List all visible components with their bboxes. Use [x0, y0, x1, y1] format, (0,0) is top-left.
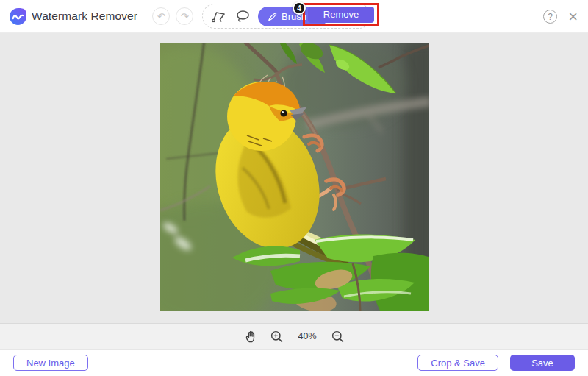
history-controls: ↶ ↷: [152, 7, 193, 25]
footer-bar: New Image Crop & Save Save: [0, 349, 588, 376]
help-icon[interactable]: ?: [543, 10, 557, 24]
polygon-lasso-tool-icon[interactable]: [211, 9, 227, 24]
undo-button[interactable]: ↶: [152, 7, 170, 25]
crop-save-button[interactable]: Crop & Save: [417, 355, 498, 371]
remove-button[interactable]: Remove: [308, 7, 374, 23]
app-logo-icon: [9, 7, 27, 26]
hand-pan-icon[interactable]: [244, 330, 256, 343]
brush-icon: [268, 12, 277, 21]
save-button[interactable]: Save: [510, 355, 575, 371]
header-right-controls: ? ×: [543, 0, 578, 33]
new-image-button[interactable]: New Image: [13, 355, 88, 371]
zoom-toolbar: 40%: [0, 323, 588, 349]
zoom-in-icon[interactable]: [270, 330, 283, 343]
bird-photo-image[interactable]: [160, 43, 429, 311]
remove-annotation-highlight: Remove: [303, 3, 379, 26]
editor-canvas: [0, 33, 588, 323]
annotation-step-badge: 4: [293, 1, 306, 15]
close-icon[interactable]: ×: [568, 9, 578, 25]
redo-button[interactable]: ↷: [176, 7, 193, 25]
app-title: Watermark Remover: [32, 10, 137, 23]
watermark-remover-window: Watermark Remover ↶ ↷: [0, 0, 588, 376]
zoom-level-value: 40%: [298, 331, 316, 341]
header-toolbar: Watermark Remover ↶ ↷: [0, 0, 588, 33]
zoom-out-icon[interactable]: [331, 330, 344, 343]
lasso-tool-icon[interactable]: [234, 9, 251, 24]
